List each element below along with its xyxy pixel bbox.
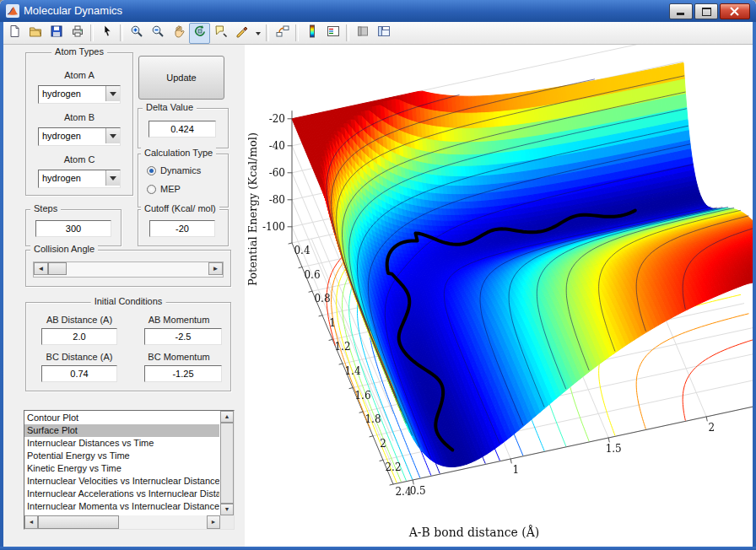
show-plot-tools-button[interactable]	[373, 23, 394, 44]
save-figure-icon	[50, 24, 63, 41]
bc-distance-field[interactable]	[41, 365, 117, 382]
zoom-in-button[interactable]	[126, 23, 147, 44]
titlebar[interactable]: Molecular Dynamics	[0, 0, 756, 22]
cutoff-panel: Cutoff (Kcal/ mol)	[138, 209, 229, 246]
radio-icon	[147, 185, 156, 194]
edit-plot-pointer-icon	[100, 24, 114, 41]
chevron-down-icon[interactable]	[105, 86, 120, 101]
atom-a-label: Atom A	[26, 70, 132, 80]
list-item[interactable]: Internuclear Velocities vs Internuclear …	[24, 475, 219, 488]
update-button[interactable]: Update	[138, 56, 224, 100]
insert-colorbar-icon	[305, 24, 319, 41]
list-item[interactable]: Potential Energy vs Time	[24, 450, 219, 462]
cutoff-field[interactable]	[149, 220, 215, 237]
scroll-up-arrow[interactable]: ▲	[220, 411, 234, 423]
horizontal-scrollbar[interactable]: ◄ ►	[24, 515, 220, 529]
collision-angle-panel: Collision Angle ◄ ►	[25, 250, 231, 287]
panel-title: Collision Angle	[30, 244, 98, 254]
minimize-icon	[677, 13, 684, 15]
zoom-out-button[interactable]	[147, 23, 168, 44]
ab-distance-field[interactable]	[41, 328, 117, 345]
maximize-icon	[702, 8, 711, 16]
scroll-down-arrow[interactable]: ▼	[220, 504, 234, 515]
collision-angle-slider[interactable]: ◄ ►	[33, 262, 224, 278]
vertical-scrollbar[interactable]: ▲ ▼	[220, 411, 234, 515]
delta-value-field[interactable]	[148, 121, 216, 138]
brush-data-button[interactable]	[231, 23, 252, 44]
hide-plot-tools-icon	[356, 24, 370, 41]
toolbar-separator	[120, 24, 123, 41]
atom-c-select[interactable]: hydrogen	[38, 170, 121, 188]
new-figure-button[interactable]	[3, 23, 24, 44]
rotate-3d-icon	[193, 24, 207, 41]
vertical-scroll-thumb[interactable]	[220, 423, 234, 504]
radio-label: MEP	[160, 184, 181, 194]
chevron-down-icon[interactable]	[105, 128, 120, 143]
initial-conditions-panel: Initial Conditions AB Distance (A) AB Mo…	[25, 302, 231, 391]
window-border	[753, 22, 756, 550]
toolbar	[0, 22, 756, 45]
atom-b-select[interactable]: hydrogen	[38, 127, 121, 146]
bc-momentum-field[interactable]	[144, 365, 222, 382]
insert-legend-button[interactable]	[322, 23, 343, 44]
ab-momentum-field[interactable]	[144, 328, 222, 345]
link-plots-button[interactable]	[272, 23, 293, 44]
close-icon	[730, 7, 739, 16]
ab-distance-label: AB Distance (A)	[33, 315, 126, 325]
list-item[interactable]: Surface Plot	[24, 424, 219, 437]
insert-colorbar-button[interactable]	[301, 23, 322, 44]
data-cursor-icon	[214, 24, 228, 41]
list-item[interactable]: Internuclear Momenta vs Internuclear Dis…	[24, 500, 219, 513]
plot-type-listbox[interactable]: Contour PlotSurface PlotInternuclear Dis…	[24, 410, 235, 530]
edit-plot-pointer-button[interactable]	[96, 23, 117, 44]
window-border	[0, 22, 3, 550]
bc-momentum-label: BC Momentum	[134, 352, 224, 362]
list-item[interactable]: Contour Plot	[24, 412, 219, 424]
radio-dynamics[interactable]: Dynamics	[147, 164, 201, 176]
toolbar-separator	[346, 24, 349, 41]
app-window: Molecular Dynamics Atom Types Atom A hyd…	[0, 0, 756, 550]
list-item[interactable]: Internuclear Accelerations vs Internucle…	[24, 488, 219, 500]
bc-distance-label: BC Distance (A)	[33, 352, 126, 362]
pan-hand-button[interactable]	[168, 23, 189, 44]
steps-field[interactable]	[35, 220, 111, 237]
scroll-right-arrow[interactable]: ►	[207, 515, 220, 529]
list-item[interactable]: Internuclear Distances vs Time	[24, 437, 219, 450]
scroll-left-arrow[interactable]: ◄	[24, 515, 38, 529]
atom-c-value: hydrogen	[42, 173, 81, 183]
delta-value-panel: Delta Value	[138, 108, 229, 148]
save-figure-button[interactable]	[46, 23, 67, 44]
chevron-down-icon[interactable]	[105, 170, 120, 186]
atom-a-select[interactable]: hydrogen	[38, 85, 121, 104]
zoom-in-icon	[130, 24, 143, 41]
slider-left-arrow[interactable]: ◄	[34, 262, 48, 275]
scrollbar-corner	[220, 515, 234, 529]
plot-3d-surface[interactable]	[245, 45, 753, 547]
list-item[interactable]: Kinetic Energy vs Time	[24, 462, 219, 475]
atom-b-value: hydrogen	[42, 131, 81, 141]
radio-label: Dynamics	[160, 165, 201, 175]
horizontal-scroll-thumb[interactable]	[38, 515, 119, 529]
steps-panel: Steps	[25, 209, 122, 246]
print-figure-button[interactable]	[67, 23, 88, 44]
atom-types-panel: Atom Types Atom A hydrogen Atom B hydrog…	[25, 52, 133, 196]
atom-a-value: hydrogen	[42, 89, 81, 99]
open-file-button[interactable]	[24, 23, 46, 44]
radio-mep[interactable]: MEP	[147, 183, 181, 195]
window-controls	[669, 3, 750, 19]
atom-b-label: Atom B	[26, 112, 132, 122]
toolbar-separator	[266, 24, 269, 41]
maximize-button[interactable]	[694, 3, 718, 19]
rotate-3d-button[interactable]	[189, 23, 210, 44]
hide-plot-tools-button[interactable]	[352, 23, 373, 44]
slider-thumb[interactable]	[48, 262, 67, 275]
brush-dropdown-button[interactable]	[252, 23, 263, 44]
panel-title: Initial Conditions	[91, 296, 166, 306]
show-plot-tools-icon	[377, 24, 391, 41]
insert-legend-icon	[327, 24, 340, 41]
close-button[interactable]	[720, 3, 750, 19]
data-cursor-button[interactable]	[210, 23, 231, 44]
slider-right-arrow[interactable]: ►	[208, 262, 223, 275]
open-file-icon	[29, 24, 42, 41]
minimize-button[interactable]	[669, 3, 693, 19]
